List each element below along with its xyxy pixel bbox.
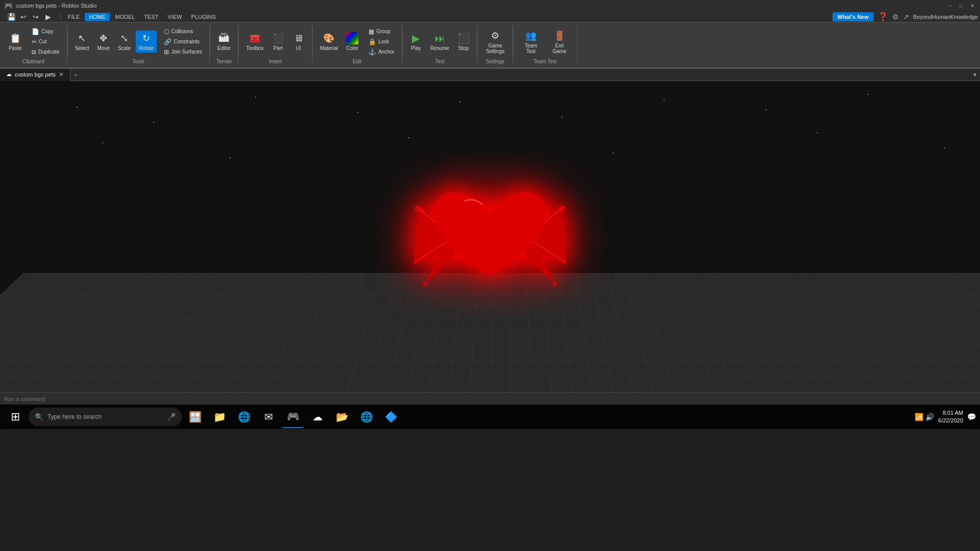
- save-button[interactable]: 💾: [6, 12, 16, 22]
- toggles-group: ⬡ Collisions 🔗 Constraints ⊞ Join Surfac…: [161, 27, 205, 57]
- team-test-label: Team Test: [533, 59, 556, 64]
- star: [77, 107, 78, 108]
- scale-button[interactable]: ⤡ Scale: [115, 31, 134, 53]
- start-button[interactable]: ⊞: [4, 406, 27, 428]
- resume-button[interactable]: ⏭ Resume: [427, 31, 452, 53]
- material-button[interactable]: 🎨 Material: [317, 31, 341, 53]
- taskbar-app-browser[interactable]: 🌐: [233, 406, 255, 428]
- star: [817, 132, 818, 133]
- toolbox-icon: 🧰: [249, 32, 261, 44]
- clock[interactable]: 8:01 AM 6/22/2020: [938, 409, 963, 425]
- run-button[interactable]: ▶: [43, 12, 53, 22]
- heart-object: [403, 158, 577, 311]
- taskbar-app-chrome[interactable]: 🌐: [355, 406, 378, 428]
- move-icon: ✥: [97, 32, 110, 44]
- game-settings-button[interactable]: ⚙ Game Settings: [482, 28, 508, 56]
- exit-game-button[interactable]: 🚪 Exit Game: [546, 28, 573, 56]
- menu-bar: 💾 ↩ ↪ ▶ FILE HOME MODEL TEST VIEW PLUGIN…: [0, 11, 980, 22]
- insert-content: 🧰 Toolbox ⬛ Part 🖥 UI: [243, 26, 307, 58]
- notification-icon[interactable]: 💬: [967, 413, 976, 421]
- taskbar-app-extra[interactable]: 🔷: [380, 406, 402, 428]
- team-test-button[interactable]: 👥 Team Test: [518, 28, 544, 56]
- tab-close-button[interactable]: ✕: [59, 71, 64, 78]
- maximize-button[interactable]: □: [958, 2, 965, 9]
- star: [357, 112, 358, 113]
- system-tray: 📶 🔊 8:01 AM 6/22/2020 💬: [915, 409, 976, 425]
- constraints-button[interactable]: 🔗 Constraints: [161, 37, 205, 46]
- undo-button[interactable]: ↩: [18, 12, 29, 22]
- cut-button[interactable]: ✂ Cut: [29, 37, 63, 46]
- svg-point-7: [559, 206, 566, 212]
- edit-content: 🎨 Material Color ▦ Group 🔒 Lock: [317, 26, 398, 58]
- clipboard-content: 📋 Paste 📄 Copy ✂ Cut ⧉ Duplicate: [4, 26, 63, 58]
- svg-point-8: [423, 282, 428, 287]
- game-settings-icon: ⚙: [489, 30, 501, 42]
- team-test-content: 👥 Team Test 🚪 Exit Game: [518, 26, 573, 58]
- join-surfaces-icon: ⊞: [164, 48, 169, 56]
- anchor-button[interactable]: ⚓ Anchor: [365, 47, 398, 57]
- menu-plugins[interactable]: PLUGINS: [187, 13, 220, 21]
- network-icon[interactable]: 📶: [915, 413, 923, 421]
- taskbar-app-files[interactable]: 📁: [208, 406, 231, 428]
- color-button[interactable]: Color: [343, 31, 361, 53]
- viewport: [0, 81, 980, 392]
- menu-home[interactable]: HOME: [85, 13, 110, 21]
- whats-new-button[interactable]: What's New: [832, 12, 874, 21]
- constraints-icon: 🔗: [164, 38, 172, 45]
- star: [664, 99, 665, 100]
- mic-icon[interactable]: 🎤: [167, 413, 176, 421]
- terrain-section: 🏔 Editor Terrain: [210, 24, 238, 65]
- paste-button[interactable]: 📋 Paste: [4, 31, 27, 53]
- stop-button[interactable]: ⬛ Stop: [454, 31, 473, 53]
- edit-label: Edit: [353, 59, 361, 64]
- rotate-button[interactable]: ↻ Rotate: [136, 31, 157, 53]
- share-icon[interactable]: ↗: [903, 13, 909, 21]
- search-input[interactable]: [47, 413, 163, 420]
- menu-test[interactable]: TEST: [140, 13, 162, 21]
- duplicate-icon: ⧉: [32, 48, 36, 56]
- search-bar[interactable]: 🔍 🎤: [29, 408, 182, 426]
- taskbar-app-explorer[interactable]: 📂: [331, 406, 353, 428]
- menu-view[interactable]: VIEW: [163, 13, 186, 21]
- taskbar-app-steam[interactable]: ☁: [306, 406, 329, 428]
- part-button[interactable]: ⬛ Part: [269, 31, 287, 53]
- volume-icon[interactable]: 🔊: [925, 413, 934, 421]
- duplicate-button[interactable]: ⧉ Duplicate: [29, 47, 63, 57]
- taskbar-app-store[interactable]: 🪟: [184, 406, 206, 428]
- menu-model[interactable]: MODEL: [111, 13, 139, 21]
- redo-button[interactable]: ↪: [31, 12, 41, 22]
- username: BeyondHumanKnowledge: [913, 14, 978, 20]
- join-surfaces-button[interactable]: ⊞ Join Surfaces: [161, 47, 205, 57]
- quick-access-toolbar: 💾 ↩ ↪ ▶: [2, 12, 57, 22]
- edit-section: 🎨 Material Color ▦ Group 🔒 Lock: [313, 24, 402, 65]
- taskbar: ⊞ 🔍 🎤 🪟 📁 🌐 ✉ 🎮 ☁ 📂 🌐 🔷 📶 🔊 8:01 AM 6/22…: [0, 405, 980, 429]
- collisions-icon: ⬡: [164, 28, 169, 35]
- lock-button[interactable]: 🔒 Lock: [365, 37, 398, 46]
- help-button[interactable]: ❓: [878, 12, 888, 21]
- move-button[interactable]: ✥ Move: [94, 31, 113, 53]
- lock-icon: 🔒: [369, 38, 376, 45]
- close-button[interactable]: ✕: [969, 2, 976, 9]
- collisions-button[interactable]: ⬡ Collisions: [161, 27, 205, 36]
- tab-custom-bgs-pets[interactable]: ☁ custom bgs pets ✕: [0, 69, 70, 81]
- taskbar-app-mail[interactable]: ✉: [257, 406, 280, 428]
- settings-content: ⚙ Game Settings: [482, 26, 508, 58]
- copy-button[interactable]: 📄 Copy: [29, 27, 63, 36]
- ui-button[interactable]: 🖥 UI: [289, 31, 308, 53]
- terrain-editor-button[interactable]: 🏔 Editor: [214, 31, 234, 53]
- play-button[interactable]: ▶ Play: [407, 31, 425, 53]
- tab-collapse-button[interactable]: ▼: [970, 69, 980, 81]
- new-tab-button[interactable]: +: [70, 69, 81, 81]
- command-input[interactable]: [4, 396, 976, 402]
- time: 8:01 AM: [938, 409, 963, 417]
- svg-point-9: [552, 282, 557, 287]
- select-button[interactable]: ↖ Select: [72, 31, 92, 53]
- group-button[interactable]: ▦ Group: [365, 27, 398, 36]
- menu-file[interactable]: FILE: [64, 13, 84, 21]
- taskbar-app-roblox[interactable]: 🎮: [282, 406, 304, 428]
- minimize-button[interactable]: ─: [946, 2, 953, 9]
- settings-icon[interactable]: ⚙: [892, 13, 899, 21]
- test-content: ▶ Play ⏭ Resume ⬛ Stop: [407, 26, 473, 58]
- title-bar-left: 🎮 custom bgs pets - Roblox Studio: [4, 2, 96, 10]
- toolbox-button[interactable]: 🧰 Toolbox: [243, 31, 266, 53]
